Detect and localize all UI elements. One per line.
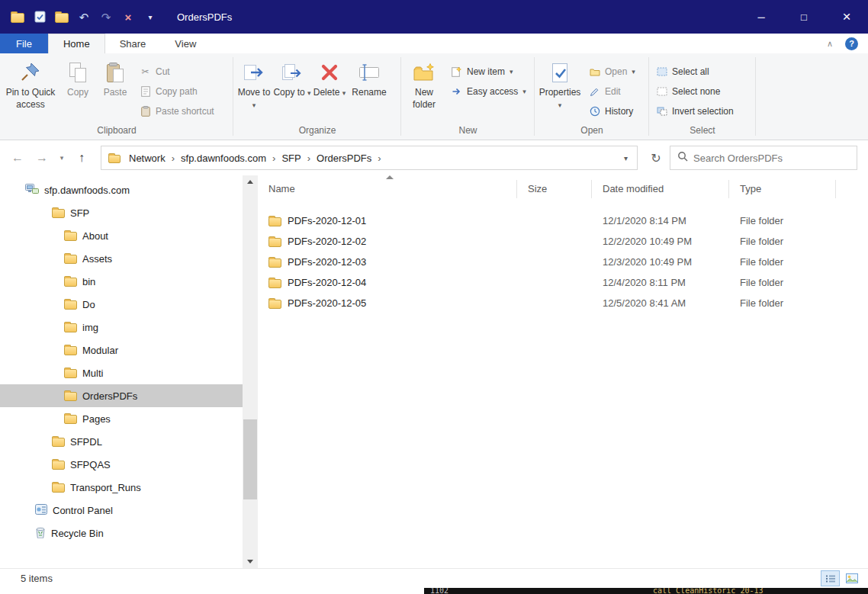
maximize-button[interactable]: □ xyxy=(783,0,825,34)
file-row[interactable]: PDFs-2020-12-01 12/1/2020 8:14 PM File f… xyxy=(258,210,868,231)
invert-selection-button[interactable]: Invert selection xyxy=(651,101,739,121)
scroll-up-icon xyxy=(247,180,253,184)
forward-button[interactable]: → xyxy=(31,146,53,169)
breadcrumb-item-network[interactable]: Network xyxy=(124,153,171,164)
sidebar-item-modular[interactable]: Modular xyxy=(0,339,243,361)
sidebar-item-transport-runs[interactable]: Transport_Runs xyxy=(0,476,243,499)
copy-to-button[interactable]: Copy to ▾ xyxy=(273,56,311,121)
copy-button[interactable]: Copy xyxy=(59,56,96,121)
copy-path-button[interactable]: Copy path xyxy=(134,82,220,101)
edit-button[interactable]: Edit xyxy=(583,82,641,101)
file-list: Name Size Date modified Type PDFs-2020-1… xyxy=(258,175,868,568)
refresh-button[interactable]: ↻ xyxy=(644,146,668,169)
recent-locations-caret[interactable]: ▾ xyxy=(55,146,69,169)
address-dropdown-caret[interactable]: ▾ xyxy=(619,154,632,162)
select-none-icon xyxy=(656,87,667,96)
qat-undo-button[interactable]: ↶ xyxy=(77,9,91,24)
select-all-button[interactable]: Select all xyxy=(651,62,739,82)
search-icon xyxy=(677,151,688,165)
search-box[interactable] xyxy=(670,146,857,170)
back-button[interactable]: ← xyxy=(6,146,29,169)
sidebar-item-sfpdl[interactable]: SFPDL xyxy=(0,430,243,453)
collapse-ribbon-icon[interactable]: ∧ xyxy=(827,39,833,49)
sidebar-item-do[interactable]: Do xyxy=(0,293,243,316)
file-row[interactable]: PDFs-2020-12-03 12/3/2020 10:49 PM File … xyxy=(258,252,868,272)
caret-down-icon: ▾ xyxy=(522,88,526,95)
address-row: ← → ▾ ↑ Network › sfp.dawnfoods.com › SF… xyxy=(0,140,868,175)
scrollbar-thumb[interactable] xyxy=(243,419,257,499)
sidebar-item-sfp-dawnfoods[interactable]: sfp.dawnfoods.com xyxy=(0,178,243,201)
history-button[interactable]: History xyxy=(583,101,641,121)
move-to-button[interactable]: Move to ▾ xyxy=(235,56,273,121)
new-folder-button[interactable]: New folder xyxy=(403,56,445,121)
open-button[interactable]: Open ▾ xyxy=(583,62,641,82)
folder-icon xyxy=(52,483,65,493)
sidebar-item-sfpqas[interactable]: SFPQAS xyxy=(0,453,243,476)
column-header-type[interactable]: Type xyxy=(729,180,836,198)
tab-share[interactable]: Share xyxy=(105,34,161,53)
pin-to-quick-access-button[interactable]: Pin to Quick access xyxy=(2,56,59,121)
edit-icon xyxy=(589,87,600,97)
breadcrumb-item-sfp[interactable]: SFP xyxy=(276,153,306,164)
group-label-new: New xyxy=(403,125,533,140)
rename-button[interactable]: Rename xyxy=(348,56,391,121)
open-icon xyxy=(589,67,600,76)
column-header-size[interactable]: Size xyxy=(517,180,592,198)
tab-view[interactable]: View xyxy=(160,34,211,53)
group-label-open: Open xyxy=(536,125,648,140)
up-button[interactable]: ↑ xyxy=(70,146,93,169)
large-icons-view-button[interactable] xyxy=(842,570,861,586)
paste-shortcut-icon xyxy=(140,106,151,117)
ribbon-group-clipboard: Pin to Quick access Copy Paste ✂ Cut xyxy=(0,53,233,140)
sidebar-item-about[interactable]: About xyxy=(0,224,243,247)
search-input[interactable] xyxy=(693,153,850,164)
folder-icon xyxy=(64,415,77,424)
statusbar: 5 items xyxy=(0,568,868,588)
new-item-button[interactable]: New item ▾ xyxy=(445,62,532,82)
file-row[interactable]: PDFs-2020-12-02 12/2/2020 10:49 PM File … xyxy=(258,231,868,252)
help-button[interactable]: ? xyxy=(845,37,858,50)
sidebar-item-assets[interactable]: Assets xyxy=(0,247,243,270)
paste-button[interactable]: Paste xyxy=(96,56,134,121)
recycle-bin-icon xyxy=(35,526,46,541)
qat-customize-caret[interactable]: ▾ xyxy=(143,9,157,24)
breadcrumb-item-orderspdfs[interactable]: OrdersPDFs xyxy=(311,153,377,164)
close-button[interactable]: × xyxy=(825,0,868,34)
sidebar-item-orderspdfs[interactable]: OrdersPDFs xyxy=(0,384,243,407)
sidebar-item-control-panel[interactable]: Control Panel xyxy=(0,499,243,522)
easy-access-button[interactable]: Easy access ▾ xyxy=(445,82,532,101)
scroll-down-button[interactable] xyxy=(243,555,258,568)
details-view-button[interactable] xyxy=(821,570,840,586)
folder-icon xyxy=(64,232,77,241)
paste-shortcut-button[interactable]: Paste shortcut xyxy=(134,101,220,121)
breadcrumb-separator[interactable]: › xyxy=(377,153,381,164)
breadcrumb-item-server[interactable]: sfp.dawnfoods.com xyxy=(175,153,272,164)
select-none-button[interactable]: Select none xyxy=(651,82,739,101)
column-header-name[interactable]: Name xyxy=(258,180,517,198)
qat-delete-button[interactable]: × xyxy=(121,9,135,24)
sidebar-item-multi[interactable]: Multi xyxy=(0,361,243,384)
file-row[interactable]: PDFs-2020-12-05 12/5/2020 8:41 AM File f… xyxy=(258,293,868,313)
main-area: sfp.dawnfoods.com SFP About Assets bin D… xyxy=(0,175,868,568)
window-title: OrdersPDFs xyxy=(177,11,232,23)
sidebar-item-recycle-bin[interactable]: Recycle Bin xyxy=(0,522,243,544)
minimize-button[interactable]: ─ xyxy=(740,0,783,34)
tab-file[interactable]: File xyxy=(0,34,48,53)
breadcrumb[interactable]: Network › sfp.dawnfoods.com › SFP › Orde… xyxy=(101,146,638,170)
tab-home[interactable]: Home xyxy=(48,34,105,53)
folder-icon xyxy=(64,369,77,378)
file-row[interactable]: PDFs-2020-12-04 12/4/2020 8:11 PM File f… xyxy=(258,272,868,293)
delete-button[interactable]: Delete ▾ xyxy=(311,56,348,121)
sidebar-item-sfp[interactable]: SFP xyxy=(0,201,243,224)
column-header-date-modified[interactable]: Date modified xyxy=(592,180,729,198)
sidebar-item-pages[interactable]: Pages xyxy=(0,407,243,430)
cut-button[interactable]: ✂ Cut xyxy=(134,62,220,82)
properties-button[interactable]: Properties ▾ xyxy=(536,56,583,121)
qat-properties-button[interactable] xyxy=(33,9,47,24)
sidebar-scrollbar[interactable] xyxy=(243,175,258,568)
sidebar-item-bin[interactable]: bin xyxy=(0,270,243,293)
qat-new-folder-button[interactable] xyxy=(55,9,69,24)
qat-redo-button[interactable]: ↷ xyxy=(99,9,113,24)
sidebar-item-img[interactable]: img xyxy=(0,316,243,339)
scroll-up-button[interactable] xyxy=(243,175,258,188)
